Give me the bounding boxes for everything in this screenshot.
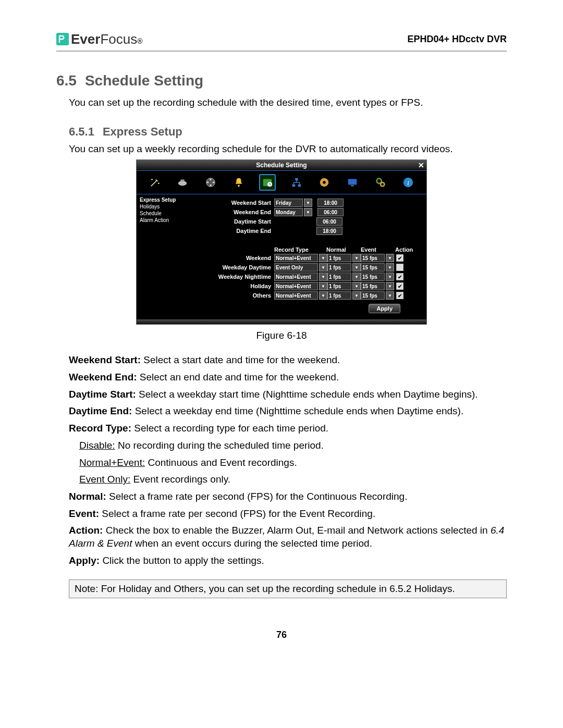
disc-icon[interactable] [317, 175, 332, 190]
field-label: Daytime End [188, 228, 274, 234]
definition-item: Apply: Click the button to apply the set… [69, 554, 507, 567]
section-heading: 6.5Schedule Setting [56, 72, 507, 89]
bell-icon[interactable] [231, 175, 246, 190]
product-name: EPHD04+ HDcctv DVR [407, 34, 507, 45]
action-checkbox[interactable] [396, 264, 403, 271]
action-checkbox[interactable]: ✔ [396, 282, 403, 290]
action-checkbox[interactable]: ✔ [396, 254, 403, 262]
normal-fps-select[interactable]: 1 fps [327, 282, 351, 290]
sidebar-item[interactable]: Express Setup [140, 196, 179, 203]
svg-rect-14 [292, 184, 296, 187]
dropdown-icon[interactable]: ▼ [386, 263, 394, 272]
record-row: WeekendNormal+Event▼1 fps▼15 fps▼✔ [188, 254, 421, 262]
time-field[interactable]: 06:00 [316, 217, 342, 226]
normal-fps-select[interactable]: 1 fps [327, 263, 351, 272]
row-label: Holiday [188, 283, 274, 289]
network-icon[interactable] [289, 175, 304, 190]
embedded-screenshot: Schedule Setting ✕ i Express SetupHolida… [56, 159, 507, 325]
monitor-icon[interactable] [345, 175, 360, 190]
dropdown-icon[interactable]: ▼ [319, 254, 327, 262]
svg-point-17 [323, 181, 326, 184]
time-field[interactable]: 18:00 [316, 227, 342, 235]
event-fps-select[interactable]: 15 fps [361, 291, 385, 300]
record-row: OthersNormal+Event▼1 fps▼15 fps▼✔ [188, 291, 421, 300]
svg-rect-13 [295, 178, 298, 181]
dropdown-icon[interactable]: ▼ [319, 263, 327, 272]
time-field[interactable]: 18:00 [317, 199, 344, 207]
svg-point-21 [381, 182, 384, 186]
gui-footer [137, 319, 426, 324]
normal-fps-select[interactable]: 1 fps [327, 273, 351, 281]
record-type-select[interactable]: Normal+Event [274, 273, 318, 281]
dropdown-icon[interactable]: ▼ [386, 273, 394, 281]
apply-button[interactable]: Apply [369, 304, 400, 313]
sidebar-item[interactable]: Holidays [140, 203, 179, 210]
brand-text-rest: Focus [100, 31, 137, 47]
dropdown-icon[interactable]: ▼ [352, 273, 361, 281]
close-icon[interactable]: ✕ [418, 161, 424, 169]
action-checkbox[interactable]: ✔ [396, 273, 403, 280]
col-header: Record Type [274, 246, 326, 253]
definition-item: Action: Check the box to enable the Buzz… [69, 524, 507, 550]
svg-point-3 [178, 181, 187, 186]
dropdown-icon[interactable]: ▼ [304, 199, 312, 207]
reel-icon[interactable] [203, 175, 218, 190]
record-type-select[interactable]: Event Only [274, 263, 318, 272]
normal-fps-select[interactable]: 1 fps [327, 254, 351, 262]
gui-sidebar: Express SetupHolidaysScheduleAlarm Actio… [137, 194, 182, 319]
event-fps-select[interactable]: 15 fps [361, 273, 385, 281]
note-box: Note: For Holiday and Others, you can se… [69, 579, 507, 598]
gui-main-panel: Weekend StartFriday▼18:00Weekend EndMond… [182, 194, 426, 319]
event-fps-select[interactable]: 15 fps [361, 254, 385, 262]
row-label: Weekend [188, 255, 274, 261]
definition-item: Record Type: Select a recording type for… [69, 422, 507, 435]
day-select[interactable]: Monday [274, 208, 303, 216]
action-checkbox[interactable]: ✔ [396, 292, 403, 299]
schedule-icon[interactable] [259, 174, 276, 191]
dropdown-icon[interactable]: ▼ [319, 291, 327, 300]
dropdown-icon[interactable]: ▼ [352, 291, 361, 300]
definition-item: Weekend End: Select an end date and time… [69, 371, 507, 384]
normal-fps-select[interactable]: 1 fps [327, 291, 351, 300]
record-type-select[interactable]: Normal+Event [274, 254, 318, 262]
dropdown-icon[interactable]: ▼ [352, 282, 361, 290]
dropdown-icon[interactable]: ▼ [319, 282, 327, 290]
subsection-title: Express Setup [103, 125, 182, 138]
gear-icon[interactable] [373, 175, 388, 190]
page-header: EverFocus® EPHD04+ HDcctv DVR [56, 31, 507, 52]
info-icon[interactable]: i [401, 175, 415, 190]
sidebar-item[interactable]: Alarm Action [140, 217, 179, 224]
field-label: Weekend Start [188, 200, 274, 206]
svg-point-7 [213, 182, 215, 184]
record-type-option: Disable: No recording during the schedul… [79, 439, 507, 452]
record-type-select[interactable]: Normal+Event [274, 291, 318, 300]
record-type-select[interactable]: Normal+Event [274, 282, 318, 290]
day-select[interactable]: Friday [274, 199, 303, 207]
window-titlebar: Schedule Setting ✕ [137, 160, 426, 170]
dropdown-icon[interactable]: ▼ [352, 263, 361, 272]
definition-item: Weekend Start: Select a start date and t… [69, 354, 507, 367]
dropdown-icon[interactable]: ▼ [386, 254, 394, 262]
dropdown-icon[interactable]: ▼ [304, 208, 312, 216]
record-type-option: Event Only: Event recordings only. [79, 473, 507, 486]
event-fps-select[interactable]: 15 fps [361, 282, 385, 290]
time-row: Weekend StartFriday▼18:00 [188, 199, 421, 207]
definition-item: Normal: Select a frame rate per second (… [69, 490, 507, 503]
time-field[interactable]: 06:00 [317, 208, 344, 216]
brand-tm: ® [137, 37, 142, 45]
sidebar-item[interactable]: Schedule [140, 210, 179, 217]
note-prefix: Note: [75, 583, 98, 594]
definition-item: Daytime End: Select a weekday end time (… [69, 405, 507, 418]
row-label: Weekday Nighttime [188, 274, 274, 280]
dropdown-icon[interactable]: ▼ [319, 273, 327, 281]
brand-text-bold: Ever [71, 31, 100, 47]
definition-item: Event: Select a frame rate per second (F… [69, 508, 507, 521]
dropdown-icon[interactable]: ▼ [386, 282, 394, 290]
dropdown-icon[interactable]: ▼ [386, 291, 394, 300]
dropdown-icon[interactable]: ▼ [352, 254, 361, 262]
wand-icon[interactable] [148, 175, 162, 190]
camera-icon[interactable] [175, 175, 190, 190]
page-number: 76 [56, 630, 507, 640]
event-fps-select[interactable]: 15 fps [361, 263, 385, 272]
svg-rect-15 [298, 184, 301, 187]
